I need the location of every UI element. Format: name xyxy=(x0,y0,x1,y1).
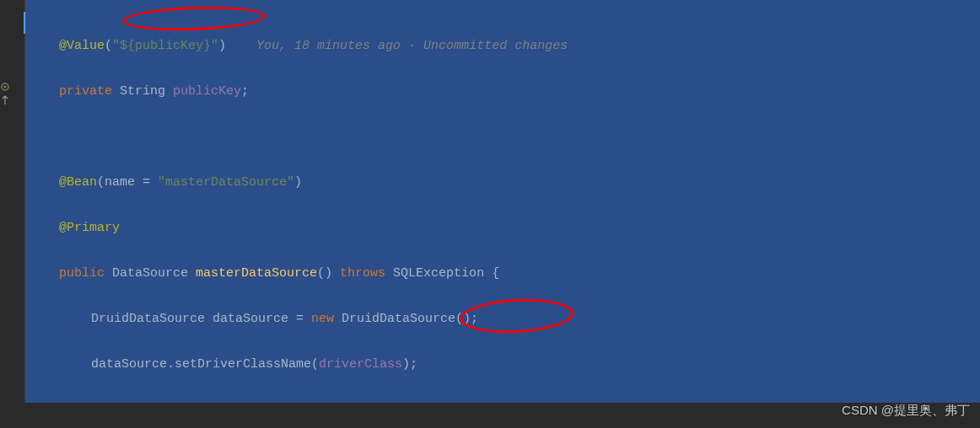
vcs-marker-icon xyxy=(0,78,10,88)
git-blame-annotation: You, 18 minutes ago · Uncommitted change… xyxy=(226,35,568,57)
vcs-marker-icon xyxy=(0,91,10,101)
annotation: @Value xyxy=(59,35,105,57)
editor-gutter xyxy=(0,0,25,428)
svg-point-1 xyxy=(4,86,7,88)
code-editor[interactable]: @Value("${publicKey}") You, 18 minutes a… xyxy=(25,0,980,403)
watermark-text: CSDN @提里奥、弗丁 xyxy=(842,399,970,421)
status-bar xyxy=(0,403,980,428)
